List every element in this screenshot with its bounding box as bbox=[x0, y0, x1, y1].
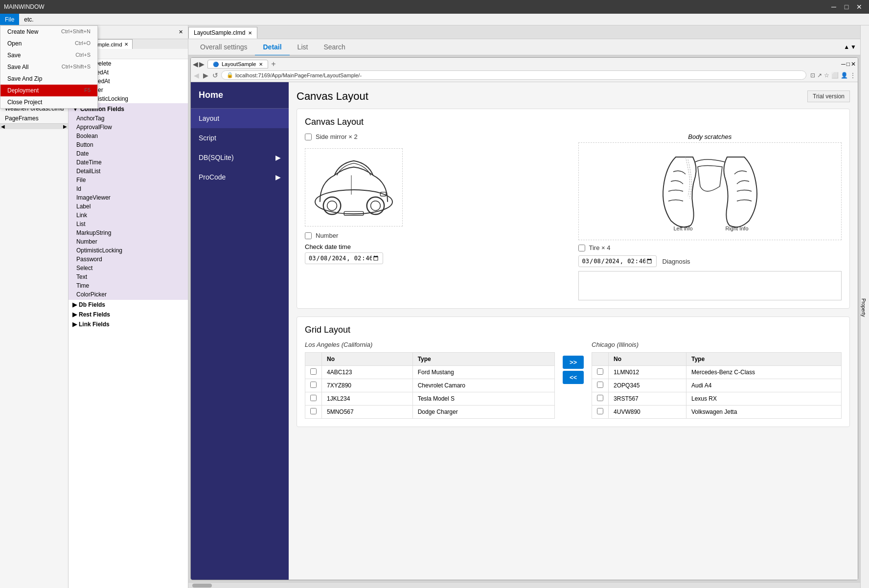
side-mirror-checkbox[interactable] bbox=[305, 134, 312, 140]
close-button[interactable]: ✕ bbox=[853, 1, 865, 13]
menu-etc[interactable]: etc. bbox=[19, 14, 38, 25]
scroll-right-icon[interactable]: ▶ bbox=[63, 124, 67, 129]
close-panel-button[interactable]: ✕ bbox=[175, 27, 186, 38]
menu-create-new[interactable]: Create New Ctrl+Shift+N bbox=[0, 26, 97, 38]
scroll-left-icon[interactable]: ◀ bbox=[1, 124, 5, 129]
app-nav-procode[interactable]: ProCode ▶ bbox=[191, 167, 289, 187]
profile-button[interactable]: 👤 bbox=[841, 72, 848, 79]
tab-layout-sample[interactable]: LayoutSample.clmd ✕ bbox=[188, 27, 257, 39]
scroll-tab-down-button[interactable]: ▼ bbox=[850, 44, 856, 50]
field-number[interactable]: Number bbox=[69, 237, 188, 246]
row1-check[interactable] bbox=[310, 368, 317, 375]
sidebar-scrollbar[interactable]: ◀ ▶ bbox=[0, 123, 68, 129]
browser-forward-button[interactable]: ▶ bbox=[202, 71, 209, 79]
menu-file[interactable]: File bbox=[0, 14, 19, 25]
browser-window-max-button[interactable]: □ bbox=[846, 61, 850, 68]
browser-new-tab-button[interactable]: + bbox=[269, 60, 277, 68]
row2-check[interactable] bbox=[310, 382, 317, 388]
menu-open[interactable]: Open Ctrl+O bbox=[0, 38, 97, 49]
field-link[interactable]: Link bbox=[69, 211, 188, 220]
browser-content: Home Layout Script DB(SQLite) ▶ bbox=[191, 82, 858, 580]
screenshot-button[interactable]: ⊡ bbox=[810, 72, 815, 79]
field-password[interactable]: Password bbox=[69, 255, 188, 264]
field-anchor-tag[interactable]: AnchorTag bbox=[69, 114, 188, 123]
browser-window-min-button[interactable]: ─ bbox=[841, 61, 846, 68]
field-boolean[interactable]: Boolean bbox=[69, 132, 188, 140]
browser-tab-close-icon[interactable]: ✕ bbox=[259, 62, 263, 67]
minimize-button[interactable]: ─ bbox=[828, 1, 840, 13]
number-checkbox[interactable] bbox=[305, 232, 312, 239]
field-select[interactable]: Select bbox=[69, 264, 188, 272]
menu-close-project[interactable]: Close Project bbox=[0, 96, 97, 108]
menu-save[interactable]: Save Ctrl+S bbox=[0, 49, 97, 61]
field-datetime[interactable]: DateTime bbox=[69, 158, 188, 167]
car-diagram-left bbox=[305, 148, 569, 228]
sidebar-item-pageframes[interactable]: PageFrames bbox=[0, 113, 68, 123]
maximize-button[interactable]: □ bbox=[841, 1, 852, 13]
field-approval-flow[interactable]: ApprovalFlow bbox=[69, 123, 188, 132]
tire-checkbox[interactable] bbox=[578, 245, 585, 251]
tab-search[interactable]: Search bbox=[316, 39, 353, 55]
rrow4-check[interactable] bbox=[597, 408, 603, 414]
tab-close-icon[interactable]: ✕ bbox=[248, 30, 252, 36]
field-text[interactable]: Text bbox=[69, 272, 188, 281]
link-fields-group[interactable]: ▶ Link Fields bbox=[69, 319, 188, 329]
browser-tab-layout-sample[interactable]: 🔵 LayoutSample ✕ bbox=[207, 60, 268, 68]
field-color-picker[interactable]: ColorPicker bbox=[69, 290, 188, 299]
app-nav-script[interactable]: Script bbox=[191, 128, 289, 148]
transfer-left-button[interactable]: << bbox=[563, 371, 584, 384]
bookmark-button[interactable]: ☆ bbox=[824, 72, 829, 79]
browser-window-close-button[interactable]: ✕ bbox=[851, 61, 856, 68]
field-markup-string[interactable]: MarkupString bbox=[69, 228, 188, 237]
app-nav-db-sqlite[interactable]: DB(SQLite) ▶ bbox=[191, 148, 289, 167]
cast-button[interactable]: ⬜ bbox=[831, 72, 839, 79]
menu-save-all[interactable]: Save All Ctrl+Shift+S bbox=[0, 61, 97, 73]
browser-tab-icon: 🔵 bbox=[213, 62, 219, 67]
menu-save-and-zip[interactable]: Save And Zip bbox=[0, 73, 97, 85]
h-scroll-thumb[interactable] bbox=[192, 584, 212, 588]
rrow4-no: 4UVW890 bbox=[609, 406, 686, 419]
browser-tab-back-button[interactable]: ◀ bbox=[193, 60, 198, 68]
browser-menu-button[interactable]: ⋮ bbox=[850, 72, 856, 79]
field-list[interactable]: List bbox=[69, 220, 188, 228]
field-detail-list[interactable]: DetailList bbox=[69, 167, 188, 176]
browser-back-button[interactable]: ◀ bbox=[193, 71, 200, 79]
transfer-right-button[interactable]: >> bbox=[563, 356, 584, 369]
right-property-panel[interactable]: Property bbox=[860, 25, 869, 588]
tab-detail[interactable]: Detail bbox=[255, 39, 289, 56]
browser-preview-area: ◀ ▶ 🔵 LayoutSample ✕ + ─ □ bbox=[188, 55, 860, 582]
db-fields-group[interactable]: ▶ Db Fields bbox=[69, 300, 188, 310]
field-id[interactable]: Id bbox=[69, 184, 188, 193]
svg-point-0 bbox=[315, 190, 392, 214]
menu-deployment[interactable]: Deployment F5 bbox=[0, 85, 97, 96]
grid-right-col: Chicago (Illinois) No Type bbox=[592, 341, 842, 419]
row4-check[interactable] bbox=[310, 408, 317, 414]
field-image-viewer[interactable]: ImageViewer bbox=[69, 193, 188, 202]
field-optimistic-locking[interactable]: OptimisticLocking bbox=[69, 246, 188, 255]
h-scrollbar[interactable] bbox=[188, 582, 860, 588]
rest-fields-group[interactable]: ▶ Rest Fields bbox=[69, 310, 188, 319]
scroll-tab-up-button[interactable]: ▲ bbox=[844, 44, 849, 50]
field-date[interactable]: Date bbox=[69, 149, 188, 158]
field-label[interactable]: Label bbox=[69, 202, 188, 211]
browser-refresh-button[interactable]: ↺ bbox=[211, 71, 219, 79]
rrow3-check[interactable] bbox=[597, 395, 603, 401]
field-button[interactable]: Button bbox=[69, 140, 188, 149]
field-time[interactable]: Time bbox=[69, 281, 188, 290]
browser-tab-forward-button[interactable]: ▶ bbox=[199, 60, 205, 68]
app-nav-home[interactable]: Home bbox=[191, 82, 289, 109]
share-button[interactable]: ↗ bbox=[817, 72, 822, 79]
rrow1-check[interactable] bbox=[597, 368, 603, 375]
rrow2-check[interactable] bbox=[597, 382, 603, 388]
tab-overall-settings[interactable]: Overall settings bbox=[192, 39, 255, 55]
row3-no: 1JKL234 bbox=[322, 392, 413, 406]
app-nav-layout[interactable]: Layout bbox=[191, 109, 289, 128]
datetime-input-right[interactable] bbox=[578, 255, 657, 267]
field-file[interactable]: File bbox=[69, 176, 188, 184]
tree-tab-close-icon[interactable]: ✕ bbox=[124, 42, 128, 47]
datetime-input-left[interactable] bbox=[305, 252, 383, 264]
row3-check[interactable] bbox=[310, 395, 317, 401]
title-bar-controls: ─ □ ✕ bbox=[828, 1, 865, 13]
tab-list[interactable]: List bbox=[290, 39, 316, 55]
body-diagram: Left info Right Info bbox=[578, 142, 842, 240]
